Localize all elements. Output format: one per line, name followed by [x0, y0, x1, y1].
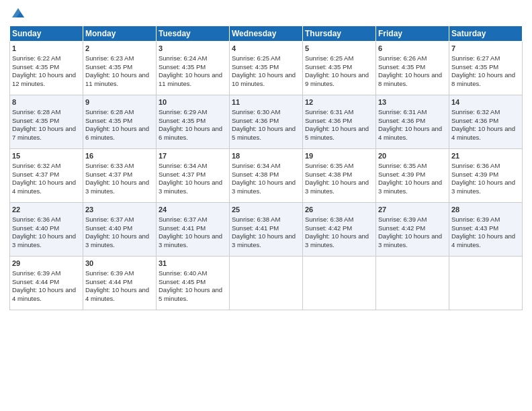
daylight-text: Daylight: 10 hours and 10 minutes.	[232, 71, 296, 87]
sunrise-text: Sunrise: 6:35 AM	[305, 162, 353, 169]
day-number: 9	[85, 97, 154, 107]
calendar-body: 1Sunrise: 6:22 AMSunset: 4:35 PMDaylight…	[10, 42, 523, 310]
table-row: 15Sunrise: 6:32 AMSunset: 4:37 PMDayligh…	[10, 149, 83, 203]
table-row: 25Sunrise: 6:38 AMSunset: 4:41 PMDayligh…	[230, 203, 303, 257]
sunrise-text: Sunrise: 6:39 AM	[378, 216, 427, 223]
table-row: 27Sunrise: 6:39 AMSunset: 4:42 PMDayligh…	[376, 203, 449, 257]
sunrise-text: Sunrise: 6:39 AM	[85, 269, 134, 277]
sunrise-text: Sunrise: 6:23 AM	[85, 54, 134, 62]
sunrise-text: Sunrise: 6:40 AM	[159, 269, 207, 277]
daylight-text: Daylight: 10 hours and 5 minutes.	[232, 125, 296, 141]
day-number: 13	[378, 97, 447, 107]
day-number: 31	[159, 259, 227, 269]
table-row: 12Sunrise: 6:31 AMSunset: 4:36 PMDayligh…	[303, 95, 376, 149]
calendar-week-3: 15Sunrise: 6:32 AMSunset: 4:37 PMDayligh…	[10, 149, 523, 203]
day-number: 20	[378, 151, 447, 161]
table-row: 30Sunrise: 6:39 AMSunset: 4:44 PMDayligh…	[83, 257, 157, 310]
sunset-text: Sunset: 4:36 PM	[232, 117, 279, 124]
sunset-text: Sunset: 4:45 PM	[159, 278, 206, 285]
daylight-text: Daylight: 10 hours and 3 minutes.	[378, 232, 442, 248]
daylight-text: Daylight: 10 hours and 3 minutes.	[305, 179, 369, 195]
sunset-text: Sunset: 4:36 PM	[305, 117, 352, 124]
day-number: 17	[159, 151, 227, 161]
sunrise-text: Sunrise: 6:34 AM	[159, 162, 207, 169]
daylight-text: Daylight: 10 hours and 3 minutes.	[159, 232, 222, 248]
daylight-text: Daylight: 10 hours and 3 minutes.	[12, 232, 76, 248]
sunset-text: Sunset: 4:41 PM	[159, 224, 206, 232]
table-row: 10Sunrise: 6:29 AMSunset: 4:35 PMDayligh…	[157, 95, 230, 149]
table-row: 14Sunrise: 6:32 AMSunset: 4:36 PMDayligh…	[449, 95, 523, 149]
day-number: 30	[85, 259, 154, 269]
day-number: 5	[305, 44, 373, 54]
sunset-text: Sunset: 4:35 PM	[85, 63, 132, 71]
daylight-text: Daylight: 10 hours and 9 minutes.	[305, 71, 369, 87]
sunrise-text: Sunrise: 6:28 AM	[85, 108, 134, 116]
day-number: 3	[159, 44, 227, 54]
calendar-week-5: 29Sunrise: 6:39 AMSunset: 4:44 PMDayligh…	[10, 257, 523, 310]
sunrise-text: Sunrise: 6:36 AM	[451, 162, 500, 169]
day-number: 18	[232, 151, 300, 161]
daylight-text: Daylight: 10 hours and 3 minutes.	[451, 179, 515, 195]
sunrise-text: Sunrise: 6:30 AM	[232, 108, 280, 116]
col-sunday: Sunday	[10, 26, 83, 42]
table-row: 4Sunrise: 6:25 AMSunset: 4:35 PMDaylight…	[230, 42, 303, 95]
table-row: 5Sunrise: 6:25 AMSunset: 4:35 PMDaylight…	[303, 42, 376, 95]
sunset-text: Sunset: 4:39 PM	[451, 171, 498, 178]
daylight-text: Daylight: 10 hours and 4 minutes.	[12, 286, 76, 302]
day-number: 4	[232, 44, 300, 54]
day-number: 11	[232, 97, 300, 107]
table-row: 2Sunrise: 6:23 AMSunset: 4:35 PMDaylight…	[83, 42, 157, 95]
daylight-text: Daylight: 10 hours and 4 minutes.	[85, 286, 149, 302]
daylight-text: Daylight: 10 hours and 3 minutes.	[378, 179, 442, 195]
table-row: 7Sunrise: 6:27 AMSunset: 4:35 PMDaylight…	[449, 42, 523, 95]
sunrise-text: Sunrise: 6:38 AM	[305, 216, 353, 223]
day-number: 23	[85, 205, 154, 215]
table-row: 11Sunrise: 6:30 AMSunset: 4:36 PMDayligh…	[230, 95, 303, 149]
sunset-text: Sunset: 4:35 PM	[451, 63, 498, 71]
daylight-text: Daylight: 10 hours and 3 minutes.	[85, 232, 149, 248]
sunrise-text: Sunrise: 6:39 AM	[451, 216, 500, 223]
sunrise-text: Sunrise: 6:25 AM	[305, 54, 353, 62]
col-tuesday: Tuesday	[157, 26, 230, 42]
day-number: 1	[12, 44, 81, 54]
sunset-text: Sunset: 4:35 PM	[378, 63, 425, 71]
day-number: 25	[232, 205, 300, 215]
logo	[9, 7, 26, 20]
daylight-text: Daylight: 10 hours and 4 minutes.	[12, 179, 76, 195]
day-number: 21	[451, 151, 520, 161]
day-number: 8	[12, 97, 81, 107]
daylight-text: Daylight: 10 hours and 4 minutes.	[451, 232, 515, 248]
sunset-text: Sunset: 4:38 PM	[232, 171, 279, 178]
table-row: 16Sunrise: 6:33 AMSunset: 4:37 PMDayligh…	[83, 149, 157, 203]
sunset-text: Sunset: 4:42 PM	[305, 224, 352, 232]
sunset-text: Sunset: 4:37 PM	[12, 171, 59, 178]
sunrise-text: Sunrise: 6:32 AM	[12, 162, 60, 169]
sunset-text: Sunset: 4:35 PM	[159, 117, 206, 124]
daylight-text: Daylight: 10 hours and 5 minutes.	[305, 125, 369, 141]
daylight-text: Daylight: 10 hours and 8 minutes.	[451, 71, 515, 87]
sunset-text: Sunset: 4:35 PM	[305, 63, 352, 71]
day-number: 12	[305, 97, 373, 107]
day-number: 28	[451, 205, 520, 215]
sunset-text: Sunset: 4:43 PM	[451, 224, 498, 232]
table-row: 3Sunrise: 6:24 AMSunset: 4:35 PMDaylight…	[157, 42, 230, 95]
sunrise-text: Sunrise: 6:29 AM	[159, 108, 207, 116]
table-row: 8Sunrise: 6:28 AMSunset: 4:35 PMDaylight…	[10, 95, 83, 149]
daylight-text: Daylight: 10 hours and 4 minutes.	[451, 125, 515, 141]
table-row: 20Sunrise: 6:35 AMSunset: 4:39 PMDayligh…	[376, 149, 449, 203]
sunset-text: Sunset: 4:35 PM	[159, 63, 206, 71]
sunrise-text: Sunrise: 6:38 AM	[232, 216, 280, 223]
day-number: 19	[305, 151, 373, 161]
calendar-header: Sunday Monday Tuesday Wednesday Thursday…	[10, 26, 523, 42]
col-thursday: Thursday	[303, 26, 376, 42]
sunset-text: Sunset: 4:41 PM	[232, 224, 279, 232]
daylight-text: Daylight: 10 hours and 12 minutes.	[12, 71, 76, 87]
table-row: 22Sunrise: 6:36 AMSunset: 4:40 PMDayligh…	[10, 203, 83, 257]
daylight-text: Daylight: 10 hours and 3 minutes.	[232, 179, 296, 195]
day-number: 24	[159, 205, 227, 215]
sunrise-text: Sunrise: 6:27 AM	[451, 54, 500, 62]
sunset-text: Sunset: 4:35 PM	[85, 117, 132, 124]
sunset-text: Sunset: 4:39 PM	[378, 171, 425, 178]
daylight-text: Daylight: 10 hours and 11 minutes.	[159, 71, 222, 87]
sunrise-text: Sunrise: 6:35 AM	[378, 162, 427, 169]
